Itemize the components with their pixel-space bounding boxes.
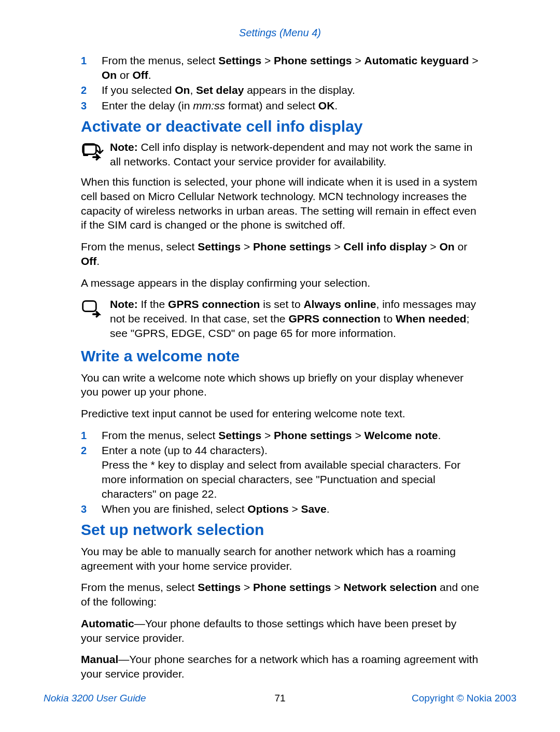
- paragraph: When this function is selected, your pho…: [81, 175, 480, 232]
- option-manual: Manual—Your phone searches for a network…: [81, 652, 480, 681]
- option-automatic: Automatic—Your phone defaults to those s…: [81, 616, 480, 645]
- note-arrow-icon: [81, 140, 110, 167]
- list-item: 2 If you selected On, Set delay appears …: [81, 83, 480, 97]
- footer-page-number: 71: [201, 693, 359, 704]
- note-block: Note: Cell info display is network-depen…: [81, 140, 480, 168]
- list-body: From the menus, select Settings > Phone …: [102, 53, 480, 82]
- svg-rect-1: [83, 301, 96, 312]
- list-number: 1: [81, 53, 102, 82]
- list-body: From the menus, select Settings > Phone …: [102, 428, 480, 443]
- list-body: Enter a note (up to 44 characters). Pres…: [102, 443, 480, 501]
- list-number: 1: [81, 428, 102, 443]
- running-header: Settings (Menu 4): [44, 27, 516, 39]
- note-text: Note: Cell info display is network-depen…: [110, 140, 480, 168]
- paragraph: From the menus, select Settings > Phone …: [81, 240, 480, 268]
- list-item: 2 Enter a note (up to 44 characters). Pr…: [81, 443, 480, 501]
- welcome-note-list: 1 From the menus, select Settings > Phon…: [81, 428, 480, 516]
- section-heading-welcome-note: Write a welcome note: [81, 347, 480, 365]
- note-arrow-icon: [81, 297, 110, 325]
- section-heading-network-selection: Set up network selection: [81, 520, 480, 539]
- list-item: 3 When you are finished, select Options …: [81, 502, 480, 516]
- list-body: If you selected On, Set delay appears in…: [102, 83, 480, 97]
- page: Settings (Menu 4) 1 From the menus, sele…: [0, 0, 560, 732]
- note-block: Note: If the GPRS connection is set to A…: [81, 297, 480, 340]
- content-area: 1 From the menus, select Settings > Phon…: [44, 53, 516, 681]
- list-item: 3 Enter the delay (in mm:ss format) and …: [81, 98, 480, 113]
- page-footer: Nokia 3200 User Guide 71 Copyright © Nok…: [44, 693, 516, 704]
- paragraph: From the menus, select Settings > Phone …: [81, 580, 480, 609]
- list-line: Enter a note (up to 44 characters).: [102, 444, 268, 456]
- list-item: 1 From the menus, select Settings > Phon…: [81, 428, 480, 443]
- section-heading-cell-info: Activate or deactivate cell info display: [81, 117, 480, 136]
- paragraph: A message appears in the display confirm…: [81, 276, 480, 290]
- paragraph: You may be able to manually search for a…: [81, 544, 480, 573]
- footer-guide-name: Nokia 3200 User Guide: [44, 693, 201, 704]
- list-body: Enter the delay (in mm:ss format) and se…: [102, 98, 480, 113]
- list-item: 1 From the menus, select Settings > Phon…: [81, 53, 480, 82]
- footer-copyright: Copyright © Nokia 2003: [359, 693, 516, 704]
- list-body: When you are finished, select Options > …: [102, 502, 480, 516]
- list-number: 3: [81, 502, 102, 516]
- top-numbered-list: 1 From the menus, select Settings > Phon…: [81, 53, 480, 113]
- list-extra: Press the * key to display and select fr…: [102, 459, 460, 499]
- list-number: 3: [81, 98, 102, 113]
- list-number: 2: [81, 443, 102, 501]
- paragraph: You can write a welcome note which shows…: [81, 371, 480, 399]
- paragraph: Predictive text input cannot be used for…: [81, 406, 480, 421]
- note-text: Note: If the GPRS connection is set to A…: [110, 297, 480, 340]
- list-number: 2: [81, 83, 102, 97]
